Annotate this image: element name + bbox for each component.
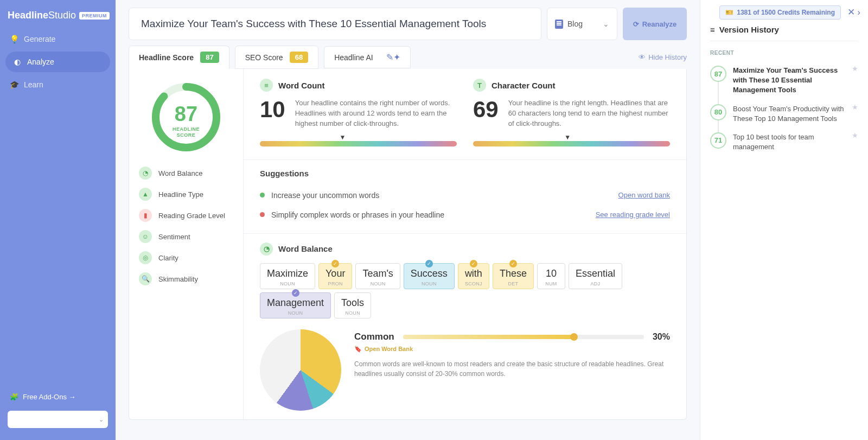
word-chip[interactable]: ToolsNOUN [334, 292, 371, 318]
char-count-value: 69 [473, 98, 499, 121]
tools-icon[interactable]: ✕ › [847, 7, 860, 18]
history-text: Top 10 best tools for team management [733, 132, 858, 152]
recent-label: RECENT [710, 50, 858, 56]
logo: HeadlineStudio PREMIUM [0, 5, 116, 29]
content-type-select[interactable]: Blog ⌄ [547, 8, 617, 40]
nav-analyze[interactable]: ◐ Analyze [5, 52, 110, 72]
word-count-marker: ▼ [340, 133, 346, 141]
word-chip[interactable]: Team'sNOUN [355, 263, 400, 289]
document-icon [555, 20, 563, 29]
star-icon[interactable]: ★ [852, 103, 858, 111]
pie-icon: ◔ [260, 243, 273, 256]
open-word-bank-button[interactable]: 🔖Open Word Bank [354, 346, 670, 353]
history-list: 87Maximize Your Team's Success with Thes… [710, 61, 858, 156]
word-chip[interactable]: MaximizeNOUN [260, 263, 315, 289]
metric-headline-type[interactable]: ▲Headline Type [139, 188, 233, 201]
history-score: 87 [710, 66, 726, 82]
check-icon: ✓ [470, 260, 477, 267]
word-chip[interactable]: ✓withSCONJ [458, 263, 489, 289]
suggestion-text: Increase your uncommon words [271, 191, 379, 200]
suggestion-row: Increase your uncommon words Open word b… [260, 186, 670, 205]
word-count-desc: Your headline contains the right number … [295, 98, 457, 129]
reanalyze-button[interactable]: ⟳ Reanalyze [623, 8, 687, 40]
reading-grade-link[interactable]: See reading grade level [596, 211, 670, 219]
credits-badge[interactable]: 🎫1381 of 1500 Credits Remaining [719, 5, 841, 20]
tab-seo-label: SEO Score [245, 53, 283, 62]
free-addons-label: Free Add-Ons → [23, 393, 76, 401]
word-count-value: 10 [260, 98, 285, 121]
lightbulb-icon: 💡 [10, 35, 18, 43]
history-text: Boost Your Team's Productivity with Thes… [733, 104, 858, 124]
word-count-block: ≡Word Count 10 Your headline contains th… [260, 79, 457, 146]
suggestion-text: Simplify complex words or phrases in you… [271, 211, 444, 219]
headline-input[interactable]: Maximize Your Team's Success with These … [129, 8, 541, 40]
shapes-icon: ▲ [139, 188, 152, 201]
gauge-icon: ◐ [13, 58, 22, 66]
book-icon: ▮ [139, 209, 152, 222]
common-pct: 30% [653, 332, 670, 342]
dot-icon [260, 212, 265, 217]
puzzle-icon: 🧩 [10, 393, 18, 401]
common-title: Common [354, 331, 394, 342]
tab-seo-pill: 68 [290, 52, 308, 63]
history-text: Maximize Your Team's Success with These … [733, 66, 858, 95]
eye-icon: 👁 [639, 53, 646, 61]
check-icon: ✓ [292, 289, 299, 297]
brand-name-2: Studio [48, 10, 76, 21]
word-count-title: Word Count [278, 81, 325, 90]
headline-score-gauge: 87 HEADLINESCORE [151, 82, 221, 152]
pie-icon: ◔ [139, 167, 152, 180]
free-addons-link[interactable]: 🧩 Free Add-Ons → [8, 387, 108, 406]
tab-headline-ai[interactable]: Headline AI ✎✦ [324, 46, 411, 68]
history-item[interactable]: 71Top 10 best tools for team management★ [710, 128, 858, 156]
word-chip[interactable]: 10NUM [537, 263, 565, 289]
char-count-bar: ▼ [473, 141, 670, 146]
word-chips-row: MaximizeNOUN✓YourPRONTeam'sNOUN✓SuccessN… [260, 263, 670, 318]
suggestion-row: Simplify complex words or phrases in you… [260, 205, 670, 225]
metric-skimmability[interactable]: 🔍Skimmability [139, 272, 233, 285]
star-icon[interactable]: ★ [852, 65, 858, 73]
word-chip[interactable]: ✓SuccessNOUN [404, 263, 455, 289]
history-score: 71 [710, 132, 726, 149]
version-history-title: ≡Version History [710, 25, 858, 41]
word-chip[interactable]: ✓ManagementNOUN [260, 292, 331, 318]
nav-learn[interactable]: 🎓 Learn [0, 74, 116, 95]
magic-pen-icon: ✎✦ [386, 52, 400, 62]
char-count-title: Character Count [492, 81, 556, 90]
metric-clarity[interactable]: ◎Clarity [139, 251, 233, 264]
premium-badge: PREMIUM [79, 12, 110, 20]
metric-reading-grade[interactable]: ▮Reading Grade Level [139, 209, 233, 222]
nav-learn-label: Learn [24, 80, 43, 89]
history-item[interactable]: 87Maximize Your Team's Success with Thes… [710, 61, 858, 100]
content: Maximize Your Team's Success with These … [116, 0, 700, 440]
star-icon[interactable]: ★ [852, 131, 858, 139]
word-chip[interactable]: EssentialADJ [569, 263, 622, 289]
refresh-icon: ⟳ [633, 20, 639, 28]
history-item[interactable]: 80Boost Your Team's Productivity with Th… [710, 100, 858, 128]
check-icon: ✓ [425, 260, 433, 267]
graduation-icon: 🎓 [10, 80, 18, 89]
history-score: 80 [710, 104, 726, 120]
chevron-down-icon: ⌄ [603, 20, 609, 28]
bookmark-icon: 🔖 [354, 346, 362, 353]
tab-headline-score[interactable]: Headline Score 87 [129, 46, 229, 69]
nav-generate[interactable]: 💡 Generate [0, 29, 116, 49]
user-menu[interactable]: ⌄ [8, 411, 108, 428]
open-word-bank-link[interactable]: Open word bank [618, 191, 670, 199]
score-value: 87 [151, 103, 221, 126]
metric-sentiment[interactable]: ☺Sentiment [139, 230, 233, 243]
tab-seo-score[interactable]: SEO Score 68 [235, 46, 319, 69]
word-balance-section: ◔Word Balance MaximizeNOUN✓YourPRONTeam'… [244, 233, 686, 419]
word-balance-pie [260, 329, 341, 411]
word-chip[interactable]: ✓YourPRON [318, 263, 352, 289]
content-type-label: Blog [567, 20, 583, 28]
nav-analyze-label: Analyze [27, 58, 54, 66]
tab-ai-label: Headline AI [334, 53, 373, 62]
word-chip[interactable]: ✓TheseDET [493, 263, 534, 289]
smile-icon: ☺ [139, 230, 152, 243]
hide-history-link[interactable]: 👁 Hide History [639, 53, 687, 61]
reanalyze-label: Reanalyze [642, 20, 677, 28]
tab-headline-pill: 87 [200, 52, 219, 63]
check-icon: ✓ [509, 260, 517, 267]
metric-word-balance[interactable]: ◔Word Balance [139, 167, 233, 180]
